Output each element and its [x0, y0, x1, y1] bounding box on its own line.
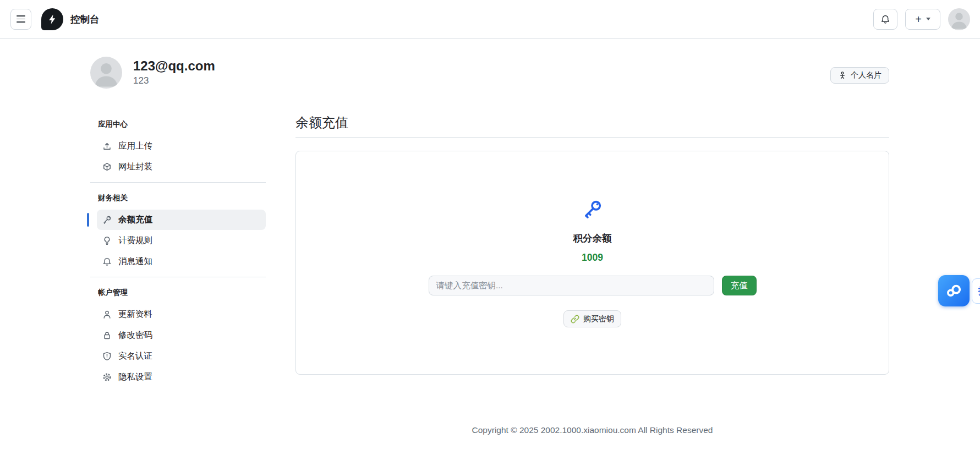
- personal-card-button[interactable]: 个人名片: [830, 67, 889, 84]
- sidebar-item-update-profile[interactable]: 更新资料: [97, 304, 266, 325]
- sidebar-item-privacy-settings[interactable]: 隐私设置: [97, 367, 266, 387]
- sidebar-item-balance-recharge[interactable]: 余额充值: [97, 210, 266, 230]
- sidebar-item-label: 消息通知: [118, 256, 152, 267]
- footer-copyright: Copyright © 2025 2002.1000.xiaomiou.com …: [295, 425, 889, 435]
- cloud-disk-icon: [945, 282, 963, 300]
- chevron-down-icon: [926, 18, 930, 20]
- netdisk-float-widget[interactable]: 拖: [938, 275, 980, 306]
- app-title: 控制台: [70, 13, 100, 26]
- sidebar-item-url-packaging[interactable]: 网址封装: [97, 157, 266, 177]
- profile-email: 123@qq.com: [133, 58, 215, 74]
- sidebar-item-label: 计费规则: [118, 235, 152, 246]
- profile-header: 123@qq.com 123 个人名片: [90, 57, 889, 89]
- sidebar-item-label: 修改密码: [118, 330, 152, 341]
- sidebar-item-identity-verification[interactable]: 实名认证: [97, 346, 266, 366]
- sidebar-divider: [90, 182, 266, 183]
- key-icon: [102, 215, 112, 224]
- shield-icon: [102, 352, 112, 361]
- balance-label: 积分余额: [573, 232, 612, 245]
- zap-icon: [47, 14, 58, 25]
- netdisk-tag[interactable]: 拖: [972, 278, 980, 304]
- gear-icon: [102, 372, 112, 382]
- recharge-key-input[interactable]: [429, 276, 714, 295]
- create-new-button[interactable]: +: [905, 9, 940, 30]
- upload-icon: [102, 141, 112, 151]
- header-avatar[interactable]: [948, 8, 970, 30]
- person-card-icon: [838, 71, 847, 80]
- link-icon: [571, 315, 579, 324]
- sidebar-item-label: 隐私设置: [118, 371, 152, 383]
- sidebar-item-label: 应用上传: [118, 140, 152, 152]
- top-bar: 控制台 +: [0, 0, 980, 39]
- sidebar-item-label: 更新资料: [118, 309, 152, 320]
- buy-key-label: 购买密钥: [583, 314, 614, 324]
- sidebar-item-label: 实名认证: [118, 350, 152, 362]
- netdisk-button[interactable]: [938, 275, 970, 306]
- bell-icon: [102, 257, 112, 266]
- sidebar-item-notifications[interactable]: 消息通知: [97, 251, 266, 272]
- person-icon: [102, 310, 112, 319]
- cube-icon: [102, 162, 112, 172]
- sidebar-section-app-center: 应用中心: [97, 114, 266, 136]
- sidebar-item-label: 余额充值: [118, 214, 152, 226]
- lock-icon: [102, 331, 112, 340]
- sidebar-item-label: 网址封装: [118, 161, 152, 173]
- page-title: 余额充值: [295, 114, 889, 138]
- profile-avatar: [90, 57, 122, 89]
- key-icon-large: [582, 199, 603, 220]
- bell-icon: [880, 14, 890, 24]
- hamburger-menu-button[interactable]: [10, 9, 31, 30]
- sidebar-section-finance: 财务相关: [97, 188, 266, 210]
- sidebar-item-change-password[interactable]: 修改密码: [97, 325, 266, 346]
- app-logo: [41, 8, 63, 30]
- main-content: 余额充值 积分余额 1009 充值: [295, 114, 889, 435]
- buy-key-button[interactable]: 购买密钥: [563, 310, 621, 327]
- plus-icon: +: [915, 14, 922, 25]
- recharge-button[interactable]: 充值: [722, 276, 757, 295]
- sidebar-divider: [90, 277, 266, 277]
- notifications-button[interactable]: [873, 9, 897, 30]
- personal-card-label: 个人名片: [851, 70, 882, 80]
- lightbulb-icon: [102, 236, 112, 245]
- profile-username: 123: [133, 75, 215, 86]
- sidebar-nav: 应用中心 应用上传 网址封装: [90, 114, 266, 388]
- balance-value: 1009: [582, 252, 603, 264]
- sidebar-section-account: 帐户管理: [97, 282, 266, 304]
- balance-recharge-card: 积分余额 1009 充值 购买密钥: [295, 151, 889, 375]
- sidebar-item-billing-rules[interactable]: 计费规则: [97, 231, 266, 251]
- sidebar-item-app-upload[interactable]: 应用上传: [97, 136, 266, 156]
